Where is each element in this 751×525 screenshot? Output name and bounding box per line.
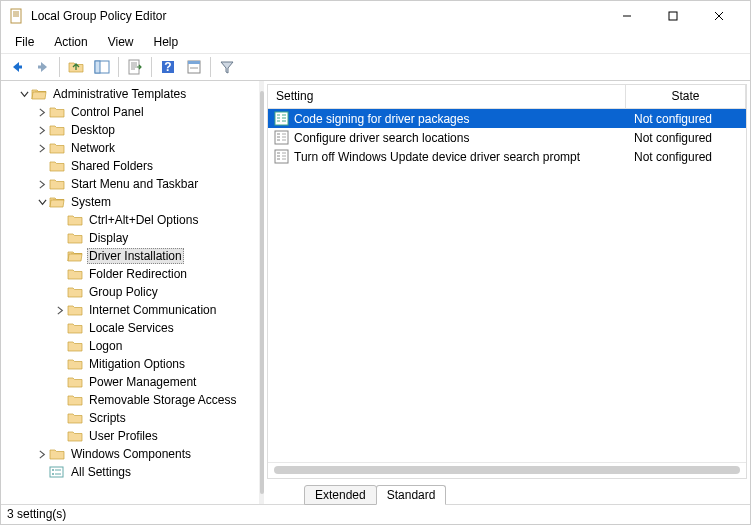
list-row[interactable]: Code signing for driver packages Not con… <box>268 109 746 128</box>
setting-icon <box>274 130 290 146</box>
tree-label: Logon <box>87 339 124 353</box>
tree-label: Folder Redirection <box>87 267 189 281</box>
tab-extended[interactable]: Extended <box>304 485 377 505</box>
tree-label: Start Menu and Taskbar <box>69 177 200 191</box>
tree-node-desktop[interactable]: Desktop <box>1 121 259 139</box>
setting-icon <box>274 149 290 165</box>
forward-button[interactable] <box>31 55 55 79</box>
tree-label: Ctrl+Alt+Del Options <box>87 213 200 227</box>
detail-pane: Setting State Code signing for driver pa… <box>264 81 750 504</box>
svg-rect-8 <box>17 66 22 69</box>
tree-node-scripts[interactable]: Scripts <box>1 409 259 427</box>
tree-label: Group Policy <box>87 285 160 299</box>
tree-label: Removable Storage Access <box>87 393 238 407</box>
svg-rect-7 <box>669 12 677 20</box>
toolbar-separator <box>151 57 152 77</box>
list-row[interactable]: Configure driver search locations Not co… <box>268 128 746 147</box>
toolbar-separator <box>59 57 60 77</box>
svg-text:?: ? <box>164 60 171 74</box>
menu-file[interactable]: File <box>7 33 42 51</box>
list-row[interactable]: Turn off Windows Update device driver se… <box>268 147 746 166</box>
tree-node-internet-communication[interactable]: Internet Communication <box>1 301 259 319</box>
menu-help[interactable]: Help <box>146 33 187 51</box>
svg-rect-15 <box>188 61 200 64</box>
tree-node-shared-folders[interactable]: Shared Folders <box>1 157 259 175</box>
tree-label: Power Management <box>87 375 198 389</box>
tree-label: User Profiles <box>87 429 160 443</box>
tree-node-ctrl-alt-del[interactable]: Ctrl+Alt+Del Options <box>1 211 259 229</box>
svg-rect-9 <box>38 66 43 69</box>
splitter[interactable] <box>259 81 264 504</box>
tree-node-administrative-templates[interactable]: Administrative Templates <box>1 85 259 103</box>
tree-node-locale-services[interactable]: Locale Services <box>1 319 259 337</box>
tree-label: Control Panel <box>69 105 146 119</box>
tree-label: System <box>69 195 113 209</box>
tree-node-system[interactable]: System <box>1 193 259 211</box>
close-button[interactable] <box>696 1 742 31</box>
setting-name: Code signing for driver packages <box>294 112 626 126</box>
tree-label: Internet Communication <box>87 303 218 317</box>
filter-button[interactable] <box>215 55 239 79</box>
tree-label: Shared Folders <box>69 159 155 173</box>
titlebar: Local Group Policy Editor <box>1 1 750 31</box>
column-header-setting[interactable]: Setting <box>268 85 626 108</box>
help-button[interactable]: ? <box>156 55 180 79</box>
setting-state: Not configured <box>626 112 746 126</box>
tree-node-network[interactable]: Network <box>1 139 259 157</box>
status-text: 3 setting(s) <box>7 507 66 521</box>
tree-pane[interactable]: Administrative Templates Control Panel D… <box>1 81 259 504</box>
tree-label: Administrative Templates <box>51 87 188 101</box>
export-button[interactable] <box>123 55 147 79</box>
tree-label: Windows Components <box>69 447 193 461</box>
tree-node-all-settings[interactable]: All Settings <box>1 463 259 481</box>
svg-rect-11 <box>95 61 100 73</box>
tab-standard[interactable]: Standard <box>376 485 447 505</box>
tree-node-user-profiles[interactable]: User Profiles <box>1 427 259 445</box>
svg-rect-16 <box>190 67 198 69</box>
setting-name: Configure driver search locations <box>294 131 626 145</box>
minimize-button[interactable] <box>604 1 650 31</box>
tree-node-folder-redirection[interactable]: Folder Redirection <box>1 265 259 283</box>
setting-icon <box>274 111 290 127</box>
toolbar-separator <box>118 57 119 77</box>
tree-label: All Settings <box>69 465 133 479</box>
main-content: Administrative Templates Control Panel D… <box>1 81 750 504</box>
tree-node-start-menu[interactable]: Start Menu and Taskbar <box>1 175 259 193</box>
tree-label: Mitigation Options <box>87 357 187 371</box>
tree-label: Network <box>69 141 117 155</box>
tree-node-logon[interactable]: Logon <box>1 337 259 355</box>
tree-node-mitigation-options[interactable]: Mitigation Options <box>1 355 259 373</box>
show-hide-tree-button[interactable] <box>90 55 114 79</box>
tree-node-control-panel[interactable]: Control Panel <box>1 103 259 121</box>
column-header-state[interactable]: State <box>626 85 746 108</box>
tree-node-driver-installation[interactable]: Driver Installation <box>1 247 259 265</box>
maximize-button[interactable] <box>650 1 696 31</box>
toolbar-separator <box>210 57 211 77</box>
tree-node-power-management[interactable]: Power Management <box>1 373 259 391</box>
tree-node-windows-components[interactable]: Windows Components <box>1 445 259 463</box>
menu-action[interactable]: Action <box>46 33 95 51</box>
tree-node-group-policy[interactable]: Group Policy <box>1 283 259 301</box>
menubar: File Action View Help <box>1 31 750 53</box>
up-button[interactable] <box>64 55 88 79</box>
back-button[interactable] <box>5 55 29 79</box>
tree-label: Display <box>87 231 130 245</box>
tree-label: Driver Installation <box>87 248 184 264</box>
list-header: Setting State <box>268 85 746 109</box>
tree-node-removable-storage[interactable]: Removable Storage Access <box>1 391 259 409</box>
tree-label: Scripts <box>87 411 128 425</box>
tree-node-display[interactable]: Display <box>1 229 259 247</box>
window-title: Local Group Policy Editor <box>31 9 604 23</box>
tree-label: Locale Services <box>87 321 176 335</box>
toolbar: ? <box>1 53 750 81</box>
horizontal-scrollbar[interactable] <box>268 462 746 478</box>
statusbar: 3 setting(s) <box>1 504 750 524</box>
setting-state: Not configured <box>626 131 746 145</box>
tree-label: Desktop <box>69 123 117 137</box>
view-tabs: Extended Standard <box>264 482 750 504</box>
properties-button[interactable] <box>182 55 206 79</box>
menu-view[interactable]: View <box>100 33 142 51</box>
settings-list: Setting State Code signing for driver pa… <box>267 84 747 479</box>
app-icon <box>9 8 25 24</box>
setting-name: Turn off Windows Update device driver se… <box>294 150 626 164</box>
